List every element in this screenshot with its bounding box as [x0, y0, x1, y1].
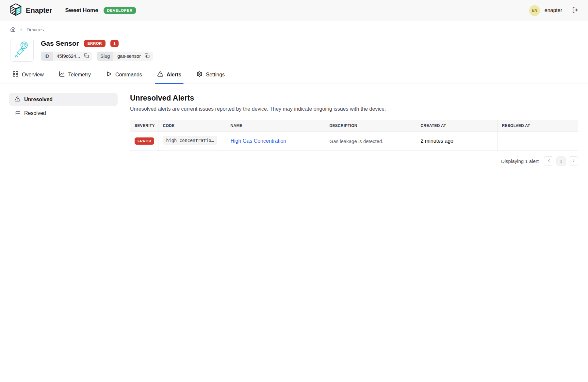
- tab-label: Commands: [115, 72, 142, 78]
- tab-label: Telemetry: [68, 72, 91, 78]
- device-id-chip: ID 45f9c624...: [41, 52, 92, 61]
- breadcrumb-item-devices[interactable]: Devices: [26, 27, 44, 32]
- brand-link[interactable]: Enapter: [10, 3, 52, 18]
- alerts-sidebar: Unresolved Resolved: [9, 93, 118, 120]
- next-page-button[interactable]: [569, 156, 578, 166]
- column-header-code: CODE: [158, 120, 226, 132]
- user-name: enapter: [545, 8, 562, 13]
- copy-icon: [84, 53, 89, 59]
- tab-label: Overview: [22, 72, 44, 78]
- tab-label: Alerts: [167, 72, 181, 78]
- grid-icon: [12, 71, 19, 78]
- table-header-row: SEVERITY CODE NAME DESCRIPTION CREATED A…: [130, 120, 578, 132]
- chevron-right-icon: [19, 27, 23, 32]
- developer-badge: DEVELOPER: [104, 7, 136, 14]
- enapter-logo-icon: [10, 3, 22, 18]
- play-icon: [106, 71, 112, 78]
- sidebar-item-label: Unresolved: [24, 97, 53, 103]
- breadcrumb: Devices: [0, 21, 588, 32]
- gas-sensor-illustration-icon: [13, 40, 31, 59]
- copy-slug-button[interactable]: [144, 53, 153, 59]
- page-number-button[interactable]: 1: [556, 156, 566, 166]
- logout-button[interactable]: [571, 7, 578, 14]
- sidebar-item-label: Resolved: [24, 110, 46, 116]
- pagination-summary: Displaying 1 alert: [501, 158, 539, 164]
- alert-resolved-at: [497, 132, 578, 151]
- id-label: ID: [41, 52, 53, 61]
- pagination: Displaying 1 alert 1: [130, 156, 578, 166]
- logout-icon: [571, 7, 578, 14]
- brand-name: Enapter: [26, 6, 52, 15]
- alert-name-link[interactable]: High Gas Concentration: [231, 138, 286, 144]
- alerts-main: Unresolved Alerts Unresolved alerts are …: [118, 93, 578, 166]
- column-header-severity: SEVERITY: [130, 120, 158, 132]
- chart-line-icon: [59, 71, 65, 78]
- column-header-created-at: CREATED AT: [416, 120, 497, 132]
- device-avatar: [10, 38, 34, 62]
- column-header-name: NAME: [226, 120, 325, 132]
- severity-badge: ERROR: [135, 137, 154, 145]
- tab-overview[interactable]: Overview: [12, 71, 44, 84]
- breadcrumb-home[interactable]: [10, 27, 16, 32]
- device-tabs: Overview Telemetry Commands Alerts: [0, 62, 588, 84]
- alerts-table: SEVERITY CODE NAME DESCRIPTION CREATED A…: [130, 120, 578, 151]
- section-description: Unresolved alerts are current issues rep…: [130, 106, 578, 112]
- home-icon: [10, 27, 16, 32]
- tab-label: Settings: [206, 72, 225, 78]
- sidebar-item-resolved[interactable]: Resolved: [9, 107, 118, 119]
- tab-alerts[interactable]: Alerts: [157, 71, 181, 84]
- top-bar: Enapter Sweet Home DEVELOPER EN enapter: [0, 0, 588, 21]
- column-header-description: DESCRIPTION: [325, 120, 416, 132]
- tab-telemetry[interactable]: Telemetry: [59, 71, 91, 84]
- user-menu: EN enapter: [529, 5, 578, 16]
- tab-settings[interactable]: Settings: [196, 71, 225, 84]
- slug-value: gas-sensor: [113, 52, 144, 61]
- alert-code: high_concentratio…: [163, 136, 217, 145]
- alert-description: Gas leakage is detected.: [325, 132, 416, 151]
- section-title: Unresolved Alerts: [130, 94, 578, 103]
- checklist-icon: [14, 110, 20, 117]
- sidebar-item-unresolved[interactable]: Unresolved: [9, 93, 118, 106]
- copy-icon: [145, 53, 150, 59]
- chevron-left-icon: [547, 158, 551, 164]
- id-value: 45f9c624...: [53, 52, 84, 61]
- tab-commands[interactable]: Commands: [106, 71, 142, 84]
- chevron-right-icon: [571, 158, 576, 164]
- column-header-resolved-at: RESOLVED AT: [497, 120, 578, 132]
- alert-table-row: ERROR high_concentratio… High Gas Concen…: [130, 132, 578, 151]
- device-slug-chip: Slug gas-sensor: [97, 52, 153, 61]
- prev-page-button[interactable]: [544, 156, 553, 166]
- status-badge: ERROR: [84, 40, 106, 47]
- alert-count-badge: 1: [110, 40, 118, 47]
- gear-icon: [196, 71, 203, 78]
- site-name: Sweet Home: [65, 7, 98, 14]
- alert-created-at: 2 minutes ago: [416, 132, 497, 151]
- user-avatar[interactable]: EN: [529, 5, 540, 16]
- device-header: Gas Sensor ERROR 1 ID 45f9c624... Slug g…: [0, 32, 588, 62]
- page-title: Gas Sensor: [41, 40, 79, 47]
- alert-triangle-icon: [157, 71, 163, 78]
- copy-id-button[interactable]: [83, 53, 92, 59]
- alert-triangle-icon: [14, 96, 20, 103]
- slug-label: Slug: [97, 52, 113, 61]
